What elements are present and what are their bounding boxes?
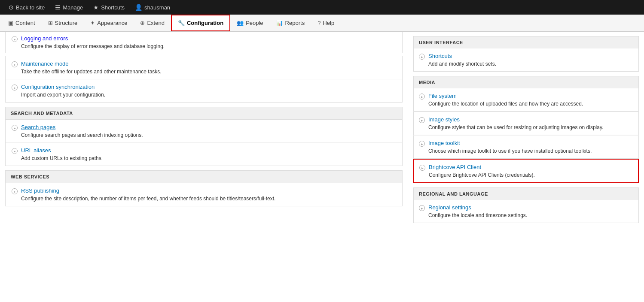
item-circle-rss: [12, 188, 18, 194]
shortcuts-button[interactable]: ★ Shortcuts: [88, 0, 130, 15]
item-circle-file-system: [419, 94, 425, 100]
maintenance-mode-link[interactable]: Maintenance mode: [21, 60, 69, 67]
nav-appearance[interactable]: ✦ Appearance: [84, 15, 134, 31]
image-styles-item: Image styles Configure styles that can b…: [413, 112, 639, 135]
wrench-icon: 🔧: [178, 20, 185, 26]
image-toolkit-item: Image toolkit Choose which image toolkit…: [413, 135, 639, 159]
webservices-header: WEB SERVICES: [6, 171, 402, 183]
user-icon: 👤: [135, 4, 142, 11]
nav-configuration[interactable]: 🔧 Configuration: [171, 15, 230, 31]
maintenance-mode-desc: Take the site offline for updates and ot…: [21, 69, 396, 75]
url-aliases-link[interactable]: URL aliases: [21, 147, 51, 154]
nav-reports[interactable]: 📊 Reports: [270, 15, 311, 31]
search-metadata-header: SEARCH AND METADATA: [6, 107, 402, 120]
config-sync-link[interactable]: Configuration synchronization: [21, 84, 95, 90]
search-pages-desc: Configure search pages and search indexi…: [21, 132, 396, 138]
item-circle-regional: [419, 205, 425, 211]
maintenance-mode-item: Maintenance mode Take the site offline f…: [6, 56, 402, 79]
item-circle-image-toolkit: [419, 141, 425, 147]
extend-icon: ⊕: [140, 20, 145, 26]
logging-link[interactable]: Logging and errors: [21, 35, 68, 42]
nav-people[interactable]: 👥 People: [230, 15, 269, 31]
shortcuts-link[interactable]: Shortcuts: [428, 53, 452, 59]
brightcove-api-desc: Configure Brightcove API Clients (creden…: [429, 172, 633, 178]
media-header: MEDIA: [413, 76, 639, 88]
nav-structure[interactable]: ⊞ Structure: [42, 15, 84, 31]
file-system-desc: Configure the location of uploaded files…: [428, 101, 633, 107]
logging-desc: Configure the display of error messages …: [21, 43, 396, 49]
item-circle-brightcove: [419, 165, 425, 171]
reports-icon: 📊: [276, 20, 283, 26]
config-sync-desc: Import and export your configuration.: [21, 92, 396, 98]
item-circle-maintenance: [12, 61, 18, 67]
menu-icon: ☰: [55, 4, 61, 11]
rss-publishing-desc: Configure the site description, the numb…: [21, 196, 396, 202]
user-interface-header: USER INTERFACE: [413, 36, 639, 48]
nav-extend[interactable]: ⊕ Extend: [134, 15, 171, 31]
url-aliases-item: URL aliases Add custom URLs to existing …: [6, 143, 402, 166]
search-pages-link[interactable]: Search pages: [21, 124, 55, 130]
structure-icon: ⊞: [48, 20, 53, 26]
back-to-site-button[interactable]: ⊙ Back to site: [3, 0, 50, 15]
image-toolkit-link[interactable]: Image toolkit: [428, 140, 460, 146]
item-circle-search-pages: [12, 125, 18, 131]
config-sync-item: Configuration synchronization Import and…: [6, 79, 402, 102]
appearance-icon: ✦: [90, 20, 95, 26]
manage-button[interactable]: ☰ Manage: [50, 0, 88, 15]
brightcove-api-link[interactable]: Brightcove API Client: [429, 164, 481, 170]
search-pages-item: Search pages Configure search pages and …: [6, 120, 402, 143]
brightcove-api-item: Brightcove API Client Configure Brightco…: [413, 159, 639, 183]
file-system-item: File system Configure the location of up…: [413, 88, 639, 112]
help-icon: ?: [317, 20, 320, 26]
regional-settings-item: Regional settings Configure the locale a…: [413, 200, 639, 223]
regional-settings-link[interactable]: Regional settings: [428, 204, 471, 211]
item-circle-image-styles: [419, 117, 425, 123]
item-circle-config-sync: [12, 85, 18, 91]
search-metadata-section: SEARCH AND METADATA Search pages Configu…: [5, 107, 403, 166]
people-icon: 👥: [237, 20, 244, 26]
webservices-section: WEB SERVICES RSS publishing Configure th…: [5, 170, 403, 206]
item-circle-url-aliases: [12, 148, 18, 154]
file-system-link[interactable]: File system: [428, 93, 457, 99]
shortcuts-item: Shortcuts Add and modify shortcut sets.: [413, 48, 639, 72]
item-circle-logging: [12, 36, 18, 42]
regional-header: REGIONAL AND LANGUAGE: [413, 187, 639, 200]
rss-publishing-link[interactable]: RSS publishing: [21, 187, 59, 194]
image-toolkit-desc: Choose which image toolkit to use if you…: [428, 148, 633, 154]
right-panel: USER INTERFACE Shortcuts Add and modify …: [408, 32, 644, 302]
image-styles-desc: Configure styles that can be used for re…: [428, 124, 633, 130]
user-menu-button[interactable]: 👤 shausman: [130, 0, 175, 15]
shortcuts-desc: Add and modify shortcut sets.: [428, 61, 633, 67]
development-section: Maintenance mode Take the site offline f…: [5, 56, 403, 103]
nav-content[interactable]: ▣ Content: [2, 15, 42, 31]
top-item-logging: Logging and errors Configure the display…: [5, 32, 403, 53]
rss-publishing-item: RSS publishing Configure the site descri…: [6, 183, 402, 206]
content-icon: ▣: [8, 20, 13, 26]
main-content: Logging and errors Configure the display…: [0, 32, 644, 302]
nav-help[interactable]: ? Help: [311, 15, 341, 31]
regional-settings-desc: Configure the locale and timezone settin…: [428, 212, 633, 218]
star-icon: ★: [93, 4, 99, 11]
main-nav: ▣ Content ⊞ Structure ✦ Appearance ⊕ Ext…: [0, 15, 644, 32]
url-aliases-desc: Add custom URLs to existing paths.: [21, 155, 396, 161]
admin-bar: ⊙ Back to site ☰ Manage ★ Shortcuts 👤 sh…: [0, 0, 644, 15]
globe-icon: ⊙: [9, 4, 14, 11]
left-panel: Logging and errors Configure the display…: [0, 32, 408, 302]
item-circle-shortcuts: [419, 54, 425, 60]
image-styles-link[interactable]: Image styles: [428, 116, 460, 123]
